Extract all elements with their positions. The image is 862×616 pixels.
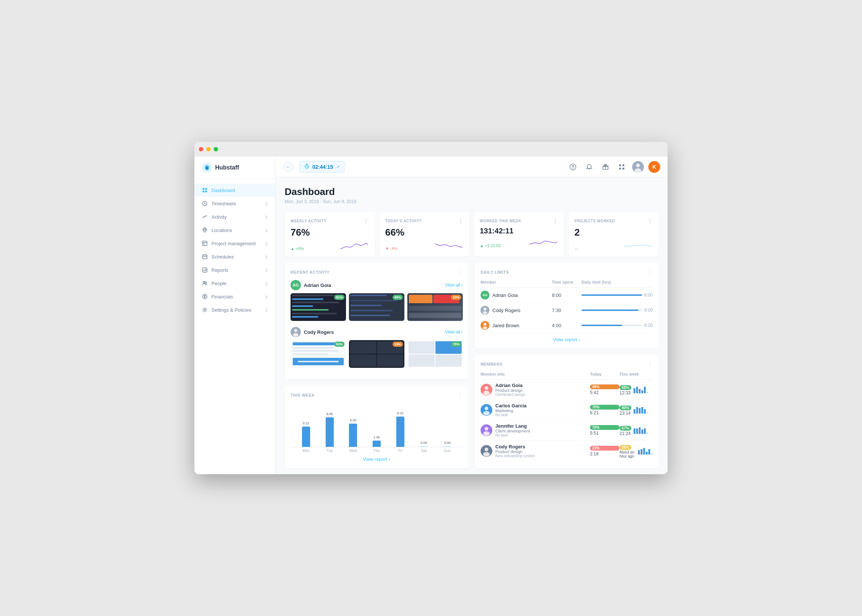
sidebar-item-reports[interactable]: Reports ❯	[194, 263, 276, 277]
member-pct-week-4: 55%	[619, 445, 631, 450]
stat-card-worked-week: WORKED THIS WEEK ⋮ 131:42:11 ▲ +1:22:02	[474, 212, 564, 257]
user-avatar[interactable]	[632, 161, 644, 173]
sidebar-item-activity[interactable]: Activity ❯	[194, 210, 276, 223]
sidebar-logo-text: Hubstaff	[215, 164, 239, 171]
timer-expand-icon[interactable]: ↗	[336, 164, 340, 170]
svg-rect-28	[619, 168, 621, 170]
daily-limits-title: DAILY LIMITS	[481, 270, 509, 274]
back-button[interactable]: ←	[283, 162, 293, 172]
chevron-icon-schedules: ❯	[265, 255, 268, 259]
minimize-button[interactable]	[206, 147, 211, 151]
member-role-3: Client development	[495, 429, 530, 433]
sidebar-item-project-management[interactable]: Project management ❯	[194, 237, 276, 250]
member-week-3: 67% 21:24	[619, 424, 653, 436]
recent-activity-title: RECENT ACTIVITY	[290, 270, 330, 274]
timesheets-icon	[202, 201, 208, 206]
member-time-today-4: 2:18	[590, 451, 619, 456]
member-details-3: Jennifer Lang Client development No task	[495, 423, 530, 437]
sidebar-item-settings[interactable]: Settings & Policies ❯	[194, 303, 276, 316]
page-title: Dashboard	[285, 186, 659, 198]
stat-menu-projects[interactable]: ⋮	[647, 217, 653, 225]
apps-icon[interactable]	[616, 161, 628, 173]
sidebar-item-timesheets[interactable]: Timesheets ❯	[194, 197, 276, 210]
screenshot-2-2[interactable]: 19%	[349, 340, 404, 368]
member-pct-today-4: 23%	[590, 446, 619, 451]
close-button[interactable]	[199, 147, 203, 151]
svg-rect-29	[622, 168, 624, 170]
member-details-2: Carlos Garcia Marketing No task	[495, 403, 527, 417]
members-table-header: Member info Today This week	[481, 372, 653, 380]
bar-fri: 8:15	[389, 412, 412, 447]
view-report-link[interactable]: View report ›	[290, 456, 463, 462]
gift-icon[interactable]	[600, 161, 611, 173]
screenshot-badge-2-2: 19%	[392, 342, 403, 347]
dl-avatar-3	[481, 321, 489, 330]
member-mini-bars-2	[633, 406, 648, 413]
members-menu[interactable]: ⋮	[647, 360, 653, 368]
main-area: ← 02:44:15 ↗	[276, 157, 668, 474]
sidebar-item-financials[interactable]: Financials ❯	[194, 290, 276, 303]
stat-change-today: ▼ -4%	[385, 246, 397, 251]
help-icon[interactable]	[567, 161, 579, 173]
svg-point-38	[483, 311, 487, 314]
dl-time-1: 8:00	[552, 292, 581, 298]
dl-col-limit: Daily limit (hrs)	[581, 280, 653, 284]
view-all-link-1[interactable]: View all ›	[445, 283, 463, 288]
screenshot-1-1[interactable]: 81%	[290, 293, 346, 321]
screenshot-1-2[interactable]: 89%	[349, 293, 404, 321]
sidebar-item-schedules[interactable]: Schedules ❯	[194, 250, 276, 263]
header-right: K	[567, 161, 660, 173]
dl-col-time: Time spent	[552, 280, 581, 284]
chevron-icon-financials: ❯	[265, 295, 268, 299]
stat-menu-today[interactable]: ⋮	[458, 217, 464, 225]
sidebar-item-dashboard[interactable]: Dashboard	[194, 184, 276, 197]
screenshot-badge-1-1: 81%	[334, 295, 345, 300]
stat-menu-worked[interactable]: ⋮	[552, 217, 558, 225]
chevron-icon-people: ❯	[265, 281, 268, 286]
svg-point-18	[203, 281, 205, 283]
mini-chart-today	[434, 240, 463, 251]
maximize-button[interactable]	[214, 147, 218, 151]
dl-view-report-anchor[interactable]: View report ›	[553, 337, 580, 343]
daily-limits-menu[interactable]: ⋮	[647, 269, 653, 275]
sidebar-item-locations[interactable]: Locations ❯	[194, 223, 276, 237]
stat-menu-weekly[interactable]: ⋮	[363, 217, 369, 225]
member-name-1: Adrian Goia	[495, 383, 525, 388]
member-task-3: No task	[495, 433, 530, 437]
dl-time-2: 7:30	[552, 308, 581, 313]
people-icon	[202, 280, 208, 286]
label-mon: Mon	[294, 449, 318, 453]
members-card: MEMBERS ⋮ Member info Today This week	[474, 355, 659, 468]
stat-value-projects: 2	[574, 227, 653, 238]
sidebar-item-people[interactable]: People ❯	[194, 277, 276, 290]
view-all-link-2[interactable]: View all ›	[445, 329, 463, 335]
member-today-3: 70% 5:51	[590, 425, 619, 436]
recent-activity-menu[interactable]: ⋮	[457, 269, 463, 275]
stat-card-todays-activity: TODAY'S ACTIVITY ⋮ 66% ▼ -4%	[379, 212, 470, 257]
view-report-anchor[interactable]: View report ›	[363, 456, 390, 462]
notification-icon[interactable]	[583, 161, 595, 173]
settings-icon	[202, 307, 208, 313]
user-k-avatar[interactable]: K	[648, 161, 660, 173]
screenshot-2-1[interactable]: 90%	[290, 340, 346, 368]
timer-icon	[304, 163, 309, 170]
dl-row-1: AG Adrian Goia 8:00 8:00	[481, 288, 653, 303]
this-week-menu[interactable]: ⋮	[457, 391, 463, 399]
header-left: ← 02:44:15 ↗	[283, 161, 345, 173]
chevron-icon-reports: ❯	[265, 268, 268, 272]
stat-card-weekly-activity: WEEKLY ACTIVITY ⋮ 76% ▲ +9%	[285, 212, 375, 257]
member-time-today-3: 5:51	[590, 431, 619, 436]
timer-widget[interactable]: 02:44:15 ↗	[299, 161, 345, 173]
svg-point-52	[485, 448, 488, 451]
screenshot-1-3[interactable]: 23%	[407, 293, 463, 321]
left-column: RECENT ACTIVITY ⋮ AG Adrian Goia	[285, 262, 469, 474]
members-table: Member info Today This week	[481, 372, 653, 462]
members-col-week: This week	[619, 372, 653, 376]
label-thu: Thu	[365, 449, 389, 453]
this-week-title: THIS WEEK	[290, 393, 315, 398]
dl-view-report[interactable]: View report ›	[481, 336, 653, 343]
activity-user-row-1: AG Adrian Goia View all ›	[290, 280, 463, 290]
daily-limits-table: Member Time spent Daily limit (hrs) AG A…	[481, 280, 653, 333]
member-time-week-4: About an hour ago	[619, 450, 636, 458]
screenshot-2-3[interactable]: 78%	[407, 340, 463, 368]
